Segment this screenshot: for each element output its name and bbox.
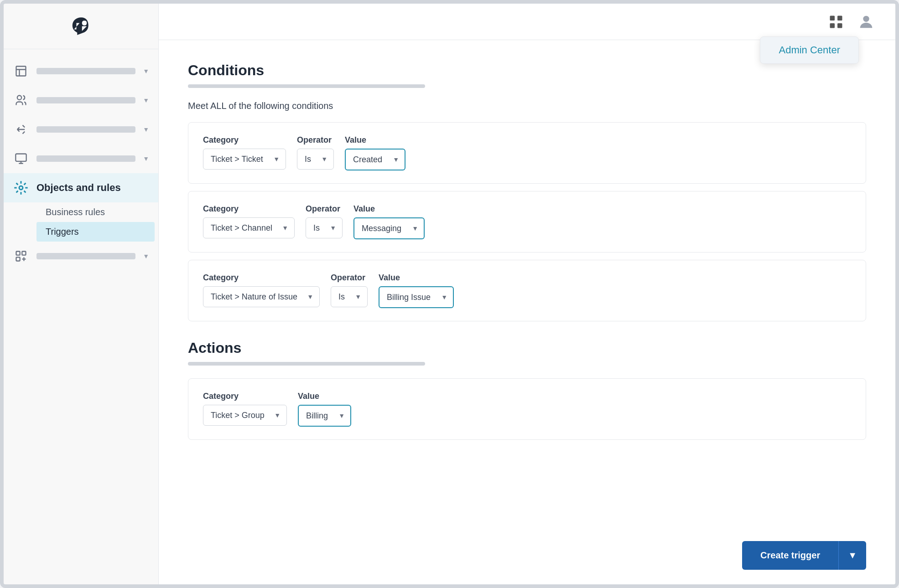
value-select-2[interactable]: Messaging — [353, 217, 425, 239]
value-select-wrapper-1: Created ▼ — [345, 149, 405, 170]
category-label-3: Category — [203, 273, 320, 283]
category-select-2[interactable]: Ticket > Channel — [203, 217, 295, 238]
sidebar-nav: ▼ ▼ ▼ — [4, 49, 158, 584]
conditions-title: Conditions — [188, 62, 866, 79]
category-label-2: Category — [203, 204, 295, 214]
page-content: Conditions Meet ALL of the following con… — [159, 40, 895, 526]
sidebar-item-transfer[interactable]: ▼ — [4, 115, 158, 144]
apps-grid-button[interactable] — [826, 12, 846, 32]
user-avatar-button[interactable] — [855, 11, 877, 33]
action-value-label-1: Value — [298, 392, 351, 401]
category-field-1: Category Ticket > Ticket ▼ — [203, 135, 286, 170]
action-row-1: Category Ticket > Group ▼ Value Bill — [188, 378, 866, 440]
objects-icon — [13, 180, 29, 196]
operator-select-1[interactable]: Is — [297, 149, 334, 170]
operator-field-3: Operator Is ▼ — [331, 273, 368, 307]
operator-label-3: Operator — [331, 273, 368, 283]
value-select-wrapper-2: Messaging ▼ — [353, 217, 425, 239]
sidebar-item-business-rules[interactable]: Business rules — [36, 202, 158, 222]
create-trigger-dropdown-button[interactable]: ▼ — [838, 541, 866, 570]
sidebar-item-buildings[interactable]: ▼ — [4, 57, 158, 86]
chevron-down-icon: ▼ — [143, 67, 149, 75]
nav-label-bar — [36, 126, 135, 133]
monitor-icon — [13, 150, 29, 167]
conditions-section: Conditions Meet ALL of the following con… — [188, 62, 866, 321]
sidebar-item-monitor[interactable]: ▼ — [4, 144, 158, 173]
operator-select-wrapper-3: Is ▼ — [331, 286, 368, 307]
dropdown-chevron-icon: ▼ — [848, 550, 857, 560]
svg-rect-10 — [837, 23, 842, 28]
category-select-wrapper-3: Ticket > Nature of Issue ▼ — [203, 286, 320, 307]
buildings-icon — [13, 63, 29, 79]
admin-center-link[interactable]: Admin Center — [779, 44, 840, 56]
conditions-meet-text: Meet ALL of the following conditions — [188, 101, 866, 111]
sidebar-item-objects[interactable]: Objects and rules — [4, 173, 158, 202]
sidebar-item-triggers[interactable]: Triggers — [36, 222, 155, 242]
operator-select-3[interactable]: Is — [331, 286, 368, 307]
value-label-1: Value — [345, 135, 405, 145]
operator-select-2[interactable]: Is — [306, 217, 343, 238]
value-label-3: Value — [379, 273, 454, 283]
value-field-2: Value Messaging ▼ — [353, 204, 425, 239]
chevron-down-icon: ▼ — [143, 155, 149, 162]
sub-nav-objects: Business rules Triggers — [4, 202, 158, 242]
svg-point-3 — [19, 186, 23, 190]
action-category-label-1: Category — [203, 392, 287, 401]
apps-grid-icon — [13, 248, 29, 264]
logo-area — [4, 4, 158, 49]
category-select-1[interactable]: Ticket > Ticket — [203, 149, 286, 170]
operator-label-2: Operator — [306, 204, 343, 214]
category-select-3[interactable]: Ticket > Nature of Issue — [203, 286, 320, 307]
operator-select-wrapper-1: Is ▼ — [297, 149, 334, 170]
value-field-3: Value Billing Issue ▼ — [379, 273, 454, 308]
value-label-2: Value — [353, 204, 425, 214]
svg-rect-0 — [16, 67, 26, 76]
nav-label-bar — [36, 68, 135, 74]
svg-rect-4 — [16, 252, 20, 255]
operator-select-wrapper-2: Is ▼ — [306, 217, 343, 238]
actions-progress-bar — [188, 362, 425, 366]
svg-rect-8 — [837, 15, 842, 21]
svg-point-1 — [17, 96, 21, 100]
grid-icon — [828, 14, 844, 30]
user-avatar-icon — [857, 13, 875, 31]
create-trigger-button[interactable]: Create trigger — [742, 541, 838, 570]
category-label-1: Category — [203, 135, 286, 145]
operator-field-1: Operator Is ▼ — [297, 135, 334, 170]
action-category-select-1[interactable]: Ticket > Group — [203, 405, 287, 426]
action-value-select-1[interactable]: Billing — [298, 405, 351, 427]
footer: Create trigger ▼ — [159, 526, 895, 584]
category-field-2: Category Ticket > Channel ▼ — [203, 204, 295, 238]
sidebar-item-apps[interactable]: ▼ — [4, 242, 158, 271]
action-value-field-1: Value Billing ▼ — [298, 392, 351, 427]
actions-section: Actions Category Ticket > Group ▼ — [188, 340, 866, 440]
people-icon — [13, 92, 29, 108]
value-select-1[interactable]: Created — [345, 149, 405, 170]
chevron-down-icon: ▼ — [143, 253, 149, 260]
condition-row-3: Category Ticket > Nature of Issue ▼ Oper… — [188, 260, 866, 321]
category-select-wrapper-1: Ticket > Ticket ▼ — [203, 149, 286, 170]
svg-rect-9 — [830, 23, 835, 28]
admin-center-dropdown: Admin Center — [760, 36, 859, 64]
svg-rect-6 — [16, 257, 20, 261]
nav-label-bar — [36, 155, 135, 162]
operator-label-1: Operator — [297, 135, 334, 145]
chevron-down-icon: ▼ — [143, 126, 149, 133]
sidebar: ▼ ▼ ▼ — [4, 4, 159, 584]
value-select-3[interactable]: Billing Issue — [379, 286, 454, 308]
svg-rect-2 — [16, 154, 26, 161]
svg-point-11 — [863, 15, 869, 21]
operator-field-2: Operator Is ▼ — [306, 204, 343, 238]
actions-title: Actions — [188, 340, 866, 356]
action-category-field-1: Category Ticket > Group ▼ — [203, 392, 287, 426]
action-value-select-wrapper-1: Billing ▼ — [298, 405, 351, 427]
conditions-progress-bar — [188, 84, 425, 88]
sidebar-item-people[interactable]: ▼ — [4, 86, 158, 115]
action-category-select-wrapper-1: Ticket > Group ▼ — [203, 405, 287, 426]
nav-label-bar — [36, 253, 135, 259]
value-field-1: Value Created ▼ — [345, 135, 405, 170]
chevron-down-icon: ▼ — [143, 97, 149, 104]
topbar: Admin Center — [159, 4, 895, 40]
condition-row-2: Category Ticket > Channel ▼ Operator — [188, 191, 866, 253]
nav-label-bar — [36, 97, 135, 103]
